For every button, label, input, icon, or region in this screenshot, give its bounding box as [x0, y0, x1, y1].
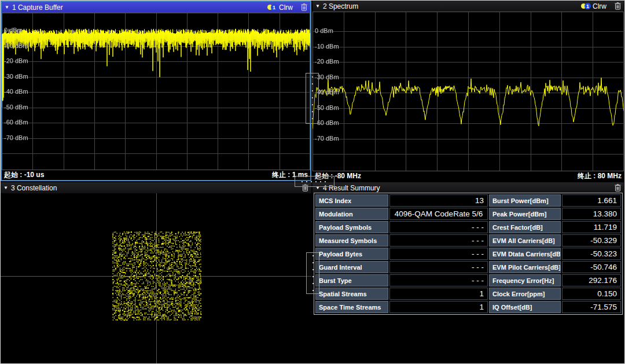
capture-buffer-footer: 起始 : -10 us 终止 : 1 ms — [2, 170, 310, 180]
result-label: Peak Power[dBm] — [489, 208, 561, 220]
result-summary-header[interactable]: ▼ 4 Result Summury — [312, 182, 624, 193]
result-value: - - - — [389, 261, 488, 273]
constellation-title: 3 Constellation — [11, 184, 57, 192]
result-label: Burst Type — [315, 274, 388, 286]
capture-buffer-title: 1 Capture Buffer — [12, 3, 63, 12]
result-label: Burst Power[dBm] — [489, 194, 561, 207]
panel-spectrum: ▼ 2 Spectrum 1 Clrw 0 dBm -10 dBm -20 dB… — [312, 1, 624, 181]
trace-mode-label: Clrw — [279, 3, 293, 12]
result-label: Modulation — [315, 208, 388, 220]
trace1-indicator[interactable]: 1 Clrw — [581, 2, 606, 10]
capture-buffer-plot[interactable]: 0 dBm -10 dBm -20 dBm -30 dBm -40 dBm -5… — [2, 13, 310, 170]
table-row: Payload Bytes - - - EVM Dtata Carriers[d… — [315, 248, 621, 260]
spectrum-header[interactable]: ▼ 2 Spectrum 1 Clrw — [312, 1, 624, 12]
trace-number-badge: 1 — [271, 4, 277, 10]
result-value: -50.329 — [562, 234, 621, 247]
vsa-application-window: ▼ 1 Capture Buffer 1 Clrw 0 dBm -10 dBm … — [0, 0, 625, 364]
collapse-triangle-icon[interactable]: ▼ — [315, 4, 320, 9]
collapse-triangle-icon[interactable]: ▼ — [5, 5, 9, 10]
constellation-header[interactable]: ▼ 3 Constellation — [1, 182, 311, 193]
splitter-dots — [312, 255, 314, 291]
result-label: Frequency Error[Hz] — [489, 274, 561, 286]
collapse-triangle-icon[interactable]: ▼ — [3, 186, 8, 190]
x-start-label: 起始 : -10 us — [4, 170, 44, 180]
trash-icon — [615, 184, 621, 192]
result-value: -71.575 — [562, 301, 621, 313]
result-label: MCS Index — [315, 194, 388, 207]
delete-window-button[interactable] — [615, 2, 621, 10]
capture-buffer-header[interactable]: ▼ 1 Capture Buffer 1 Clrw — [2, 2, 310, 13]
trace-number-badge: 1 — [584, 3, 591, 9]
table-row: Guard Interval - - - EVM Pilot Carriers[… — [315, 261, 621, 273]
trace1-indicator[interactable]: 1 Clrw — [267, 3, 293, 12]
x-stop-label: 终止 : 80 MHz — [578, 171, 622, 181]
table-row: Measured Symbols - - - EVM All Carriers[… — [315, 234, 621, 247]
result-value: 11.719 — [562, 221, 621, 233]
result-label: Guard Interval — [315, 261, 388, 273]
result-value: 13 — [389, 194, 488, 207]
horizontal-splitter-handle[interactable] — [295, 176, 334, 187]
result-label: EVM Pilot Carriers[dB] — [489, 261, 561, 273]
result-summary-table: MCS Index 13 Burst Power[dBm] 1.661 Modu… — [314, 193, 622, 314]
result-value: 1.661 — [562, 194, 621, 207]
result-value: -50.323 — [562, 248, 621, 260]
result-label: EVM All Carriers[dB] — [489, 234, 561, 247]
spectrum-footer: 起始 : -80 MHz 终止 : 80 MHz — [312, 171, 624, 181]
constellation-plot[interactable] — [1, 193, 311, 363]
result-value: 13.380 — [562, 208, 621, 220]
result-label: Measured Symbols — [315, 234, 388, 247]
table-row: Payload Symbols - - - Crest Factor[dB] 1… — [315, 221, 621, 233]
result-label: Payload Symbols — [315, 221, 388, 233]
result-value: 4096-QAM CodeRate 5/6 — [389, 208, 488, 220]
panel-capture-buffer: ▼ 1 Capture Buffer 1 Clrw 0 dBm -10 dBm … — [1, 1, 311, 181]
table-row: MCS Index 13 Burst Power[dBm] 1.661 — [315, 194, 621, 207]
table-row: Spatial Streams 1 Clock Error[ppm] 0.150 — [315, 288, 621, 300]
result-value: 292.176 — [562, 274, 621, 286]
splitter-dots — [312, 76, 313, 120]
spectrum-plot[interactable]: 0 dBm -10 dBm -20 dBm -30 dBm -40 dBm -5… — [312, 12, 624, 171]
result-label: Space Time Streams — [315, 301, 388, 313]
result-value: - - - — [389, 221, 488, 233]
trace-mode-label: Clrw — [593, 2, 606, 10]
vertical-splitter-handle[interactable] — [306, 73, 319, 124]
result-label: EVM Dtata Carriers[dB] — [489, 248, 561, 260]
result-value: - - - — [389, 248, 488, 260]
table-row: Burst Type - - - Frequency Error[Hz] 292… — [315, 274, 621, 286]
panel-result-summary: ▼ 4 Result Summury MCS Index 13 Burst Po… — [312, 182, 624, 363]
result-label: Clock Error[ppm] — [489, 288, 561, 300]
spectrum-title: 2 Spectrum — [323, 2, 358, 10]
delete-window-button[interactable] — [615, 184, 621, 192]
table-row: Space Time Streams 1 IQ Offset[dB] -71.5… — [315, 301, 621, 313]
splitter-dots — [302, 181, 328, 182]
result-value: - - - — [389, 274, 488, 286]
result-label: Spatial Streams — [315, 288, 388, 300]
delete-window-button[interactable] — [301, 3, 307, 11]
table-row: Modulation 4096-QAM CodeRate 5/6 Peak Po… — [315, 208, 621, 220]
result-label: Crest Factor[dB] — [489, 221, 561, 233]
result-value: 0.150 — [562, 288, 621, 300]
result-label: IQ Offset[dB] — [489, 301, 561, 313]
vertical-splitter-handle[interactable] — [306, 252, 319, 294]
result-value: 1 — [389, 301, 488, 313]
trash-icon — [301, 3, 307, 11]
trash-icon — [615, 2, 621, 10]
panel-constellation: ▼ 3 Constellation — [1, 182, 311, 363]
result-value: -50.746 — [562, 261, 621, 273]
result-value: 1 — [389, 288, 488, 300]
result-value: - - - — [389, 234, 488, 247]
result-label: Payload Bytes — [315, 248, 388, 260]
